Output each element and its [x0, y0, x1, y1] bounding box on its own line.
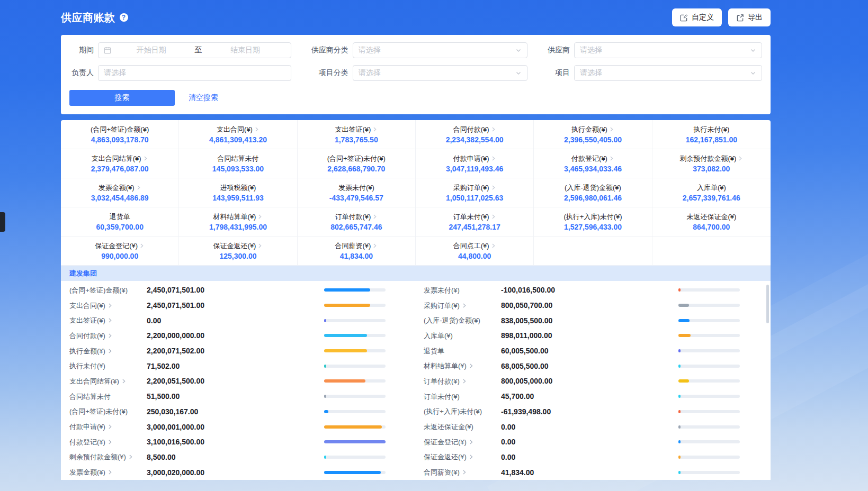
- chevron-down-icon: [515, 70, 522, 76]
- metric-label-link[interactable]: 合同薪资(¥): [424, 469, 501, 476]
- chevron-right-icon: [468, 363, 474, 369]
- metric-progress-bar: [324, 288, 386, 292]
- metric-row: 退货单60,005,500.00: [424, 343, 740, 359]
- metric-label-link[interactable]: 支出签证(¥): [69, 317, 147, 324]
- summary-cell-value: 44,800.00: [458, 252, 491, 260]
- summary-cell[interactable]: 执行金额(¥)2,396,550,405.00: [534, 120, 652, 149]
- metric-row: 剩余预付款金额(¥)8,500.00: [69, 450, 386, 465]
- project-category-select[interactable]: 请选择: [353, 65, 527, 81]
- project-select[interactable]: 请选择: [574, 65, 762, 81]
- summary-cell-value: 60,359,700.00: [96, 223, 144, 231]
- summary-cell[interactable]: 材料结算单(¥)1,798,431,995.00: [179, 207, 297, 237]
- metric-value: 2,200,071,502.00: [147, 347, 204, 354]
- metric-label-link[interactable]: 付款申请(¥): [69, 423, 147, 430]
- export-button-label: 导出: [748, 13, 763, 22]
- metric-label-link[interactable]: 订单付款(¥): [424, 378, 501, 385]
- metric-label-link[interactable]: 合同付款(¥): [69, 332, 147, 339]
- metric-label-link[interactable]: 执行金额(¥): [69, 348, 147, 354]
- metric-label-link[interactable]: 付款登记(¥): [69, 439, 147, 445]
- select-placeholder: 请选择: [359, 68, 381, 78]
- summary-cell[interactable]: 支出合同结算(¥)2,379,476,087.00: [61, 149, 179, 178]
- metric-progress-fill: [678, 365, 681, 368]
- chevron-right-icon: [737, 156, 743, 161]
- chevron-right-icon: [107, 439, 113, 445]
- scrollbar-thumb[interactable]: [766, 285, 769, 323]
- end-date-placeholder[interactable]: 结束日期: [205, 46, 285, 55]
- summary-cell[interactable]: 发票金额(¥)3,032,454,486.89: [61, 178, 179, 207]
- metric-progress-fill: [678, 379, 689, 383]
- summary-cell-label: 剩余预付款金额(¥): [679, 155, 736, 162]
- summary-cell-label: 支出合同结算(¥): [92, 155, 141, 162]
- metric-label-link[interactable]: 保证金返还(¥): [424, 453, 501, 460]
- chevron-down-icon: [750, 70, 756, 76]
- metric-label-link[interactable]: 采购订单(¥): [424, 302, 501, 309]
- manager-select[interactable]: 请选择: [98, 65, 291, 81]
- summary-cell[interactable]: 支出签证(¥)1,783,765.50: [298, 120, 416, 149]
- side-drawer-handle[interactable]: [0, 212, 5, 232]
- summary-cell-label: 合同结算未付: [217, 155, 258, 162]
- summary-cell[interactable]: 保证金返还(¥)125,300.00: [179, 237, 297, 266]
- summary-cell[interactable]: 合同薪资(¥)41,834.00: [298, 237, 416, 266]
- summary-cell: (合同+签证)金额(¥)4,863,093,178.70: [61, 120, 179, 149]
- metric-progress-fill: [324, 304, 370, 307]
- metric-label-text: 付款申请(¥): [69, 423, 105, 430]
- metric-label-link[interactable]: 支出合同(¥): [69, 302, 147, 309]
- date-range-input[interactable]: 开始日期 至 结束日期: [98, 42, 291, 58]
- group-detail: (合同+签证)金额(¥)2,450,071,501.00支出合同(¥)2,450…: [61, 281, 771, 480]
- metric-progress-fill: [324, 471, 381, 474]
- summary-cell: (合同+签证)未付(¥)2,628,668,790.70: [298, 149, 416, 178]
- metric-progress-fill: [324, 456, 326, 459]
- summary-cell: 退货单60,359,700.00: [61, 207, 179, 237]
- metric-progress-bar: [324, 410, 386, 413]
- summary-cell-value: 373,082.00: [693, 165, 730, 172]
- summary-cell[interactable]: 保证金登记(¥)990,000.00: [61, 237, 179, 266]
- summary-cell[interactable]: 支出合同(¥)4,861,309,413.20: [179, 120, 297, 149]
- summary-cell-label: 合同付款(¥): [453, 126, 489, 133]
- help-icon[interactable]: ?: [120, 13, 128, 22]
- summary-cell: 合同结算未付145,093,533.00: [179, 149, 297, 178]
- metric-progress-bar: [324, 365, 386, 368]
- summary-cell[interactable]: 剩余预付款金额(¥)373,082.00: [652, 149, 771, 178]
- chevron-right-icon: [121, 378, 127, 384]
- summary-cell[interactable]: 订单未付(¥)247,451,278.17: [416, 207, 534, 237]
- chevron-right-icon: [468, 439, 474, 445]
- summary-cell[interactable]: 合同点工(¥)44,800.00: [416, 237, 534, 266]
- export-button[interactable]: 导出: [728, 8, 771, 26]
- summary-cell[interactable]: 采购订单(¥)1,050,117,025.63: [416, 178, 534, 207]
- metric-value: 60,005,500.00: [501, 347, 549, 354]
- summary-cell[interactable]: 付款申请(¥)3,047,119,493.46: [416, 149, 534, 178]
- chevron-right-icon: [461, 303, 467, 308]
- metric-label: (合同+签证)金额(¥): [69, 287, 147, 294]
- metric-label: (合同+签证)未付(¥): [69, 408, 147, 415]
- summary-cell[interactable]: 订单付款(¥)802,665,747.46: [298, 207, 416, 237]
- summary-cell: (执行+入库)未付(¥)1,527,596,433.00: [534, 207, 652, 237]
- metric-label-link[interactable]: 剩余预付款金额(¥): [69, 453, 147, 460]
- metric-label-link[interactable]: 材料结算单(¥): [424, 362, 501, 369]
- metric-label-link[interactable]: 保证金登记(¥): [424, 439, 501, 445]
- summary-cell-label: 执行未付(¥): [693, 126, 729, 133]
- summary-cell-label: 发票金额(¥): [99, 184, 135, 191]
- clear-search-link[interactable]: 清空搜索: [189, 93, 218, 103]
- metric-label-link[interactable]: 支出合同结算(¥): [69, 378, 147, 385]
- summary-cell[interactable]: 合同付款(¥)2,234,382,554.00: [416, 120, 534, 149]
- customize-button[interactable]: 自定义: [672, 8, 722, 26]
- metric-progress-fill: [678, 471, 681, 474]
- start-date-placeholder[interactable]: 开始日期: [111, 46, 191, 55]
- supplier-category-select[interactable]: 请选择: [353, 42, 527, 58]
- metric-progress-bar: [678, 379, 740, 383]
- metric-value: 71,502.00: [147, 362, 180, 370]
- search-button[interactable]: 搜索: [69, 90, 175, 106]
- metric-label: 退货单: [424, 348, 501, 354]
- group-band: 建发集团: [61, 266, 771, 281]
- metric-value: 838,005,500.00: [501, 317, 552, 324]
- metric-label-link[interactable]: 发票金额(¥): [69, 469, 147, 476]
- group-name-link[interactable]: 建发集团: [69, 269, 97, 278]
- summary-cell-label: 订单付款(¥): [335, 213, 371, 220]
- metric-row: 保证金登记(¥)0.00: [424, 434, 740, 450]
- metric-progress-bar: [324, 425, 386, 429]
- summary-cell[interactable]: 付款登记(¥)3,465,934,033.46: [534, 149, 652, 178]
- metric-label-text: 付款登记(¥): [69, 439, 105, 445]
- metric-progress-bar: [324, 304, 386, 307]
- metric-label-text: 退货单: [424, 348, 444, 354]
- supplier-select[interactable]: 请选择: [574, 42, 762, 58]
